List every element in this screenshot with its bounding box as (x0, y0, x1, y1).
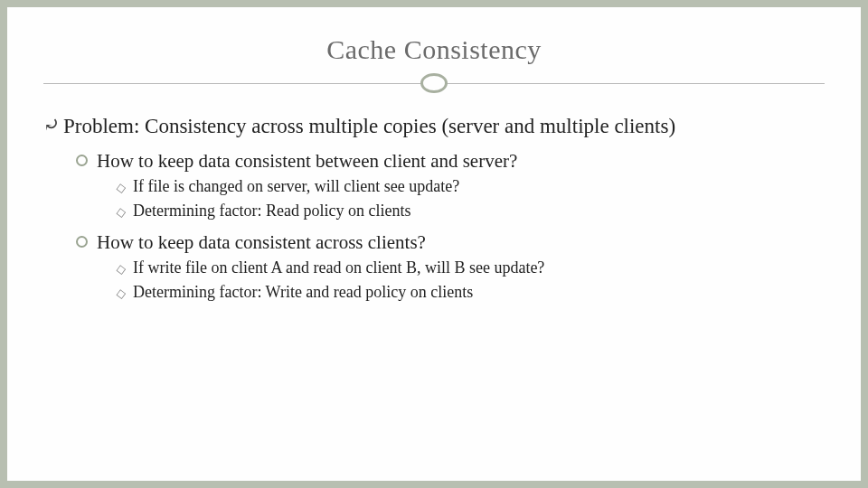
section-1: How to keep data consistent between clie… (43, 149, 825, 221)
bullet-level3: ◇ If write file on client A and read on … (116, 258, 825, 278)
bullet-level3: ◇ Determining factor: Write and read pol… (116, 282, 825, 303)
title-divider (43, 70, 825, 96)
bullet-level2: How to keep data consistent between clie… (76, 149, 825, 174)
small-square-icon: ◇ (115, 261, 127, 277)
small-square-icon: ◇ (115, 285, 127, 301)
hollow-circle-icon (76, 155, 88, 166)
l3-text: If file is changed on server, will clien… (133, 176, 459, 197)
small-square-icon: ◇ (115, 180, 127, 196)
bullet-level3: ◇ If file is changed on server, will cli… (116, 176, 825, 197)
l3-text: If write file on client A and read on cl… (133, 258, 544, 278)
small-square-icon: ◇ (115, 203, 127, 220)
scribble-bullet-icon: ⤾ (43, 112, 60, 137)
slide: Cache Consistency ⤾ Problem: Consistency… (7, 7, 861, 481)
page-title: Cache Consistency (43, 34, 825, 65)
hollow-circle-icon (76, 236, 88, 248)
l3-text: Determining factor: Write and read polic… (133, 282, 473, 303)
l2-text: How to keep data consistent between clie… (97, 149, 517, 174)
bullet-level3: ◇ Determining factor: Read policy on cli… (116, 201, 825, 221)
content-body: ⤾ Problem: Consistency across multiple c… (43, 112, 825, 303)
l1-text: Problem: Consistency across multiple cop… (63, 112, 675, 140)
l3-text: Determining factor: Read policy on clien… (133, 201, 410, 221)
bullet-level2: How to keep data consistent across clien… (76, 230, 825, 255)
title-area: Cache Consistency (43, 34, 825, 96)
l2-text: How to keep data consistent across clien… (97, 230, 426, 255)
bullet-level1: ⤾ Problem: Consistency across multiple c… (43, 112, 825, 140)
divider-circle-icon (420, 73, 448, 93)
section-2: How to keep data consistent across clien… (43, 230, 825, 303)
